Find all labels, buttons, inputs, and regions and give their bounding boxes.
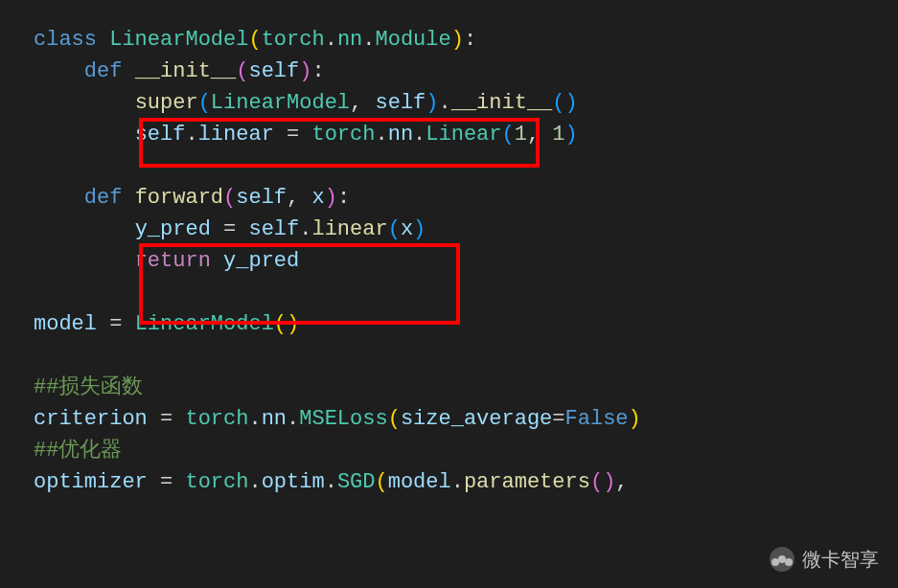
keyword-def: def <box>84 59 135 83</box>
keyword-return: return <box>135 249 223 273</box>
paren: () <box>274 312 299 336</box>
paren: ) <box>426 91 438 115</box>
code-line: criterion = torch.nn.MSELoss(size_averag… <box>34 403 898 435</box>
var: model <box>388 470 451 494</box>
code-line: def __init__(self): <box>34 56 898 87</box>
op-eq: = <box>211 217 249 241</box>
colon: : <box>464 28 476 52</box>
paren: ( <box>223 186 236 210</box>
dot: . <box>299 217 311 241</box>
self: self <box>375 91 426 115</box>
paren: ) <box>325 186 337 210</box>
method-call: parameters <box>464 470 590 494</box>
indent <box>34 91 135 115</box>
wechat-icon <box>770 547 794 572</box>
code-line: return y_pred <box>34 245 898 277</box>
dot: . <box>439 91 451 115</box>
comment: ##损失函数 <box>34 375 143 399</box>
module: nn <box>262 407 287 431</box>
op-eq: = <box>148 470 186 494</box>
module: nn <box>337 28 362 52</box>
code-line: self.linear = torch.nn.Linear(1, 1) <box>34 119 898 150</box>
code-line: y_pred = self.linear(x) <box>34 214 898 245</box>
module: torch <box>262 28 325 52</box>
const-false: False <box>565 407 629 431</box>
module: nn <box>388 123 413 147</box>
paren: () <box>552 91 577 115</box>
class-name: LinearModel <box>109 28 248 52</box>
comma: , <box>615 470 628 494</box>
class-ref: LinearModel <box>135 312 274 336</box>
dot: . <box>375 123 387 147</box>
dot: . <box>185 123 197 147</box>
class-ref: LinearModel <box>211 91 350 115</box>
op-eq: = <box>97 312 135 336</box>
comma: , <box>350 91 375 115</box>
indent <box>34 59 84 83</box>
var: model <box>34 312 97 336</box>
op-eq: = <box>148 407 186 431</box>
class-ref: MSELoss <box>299 407 387 431</box>
comma: , <box>527 123 552 147</box>
indent <box>34 186 84 210</box>
module: torch <box>311 123 375 147</box>
keyword-class: class <box>34 28 109 52</box>
keyword-def: def <box>84 186 135 210</box>
dot: . <box>248 470 261 494</box>
var: y_pred <box>223 249 299 273</box>
blank-line <box>34 340 898 372</box>
paren: ) <box>299 59 311 83</box>
number: 1 <box>552 123 564 147</box>
param: x <box>311 186 324 210</box>
dot: . <box>325 28 337 52</box>
method-call: __init__ <box>451 91 553 115</box>
var: criterion <box>34 407 148 431</box>
indent <box>34 123 135 147</box>
dot: . <box>451 470 464 494</box>
paren: ) <box>629 407 641 431</box>
blank-line <box>34 277 898 308</box>
code-line: super(LinearModel, self).__init__() <box>34 87 898 119</box>
code-line: ##优化器 <box>34 435 898 466</box>
method-name: __init__ <box>135 59 237 83</box>
module: torch <box>185 407 248 431</box>
dot: . <box>362 28 375 52</box>
indent <box>34 249 135 273</box>
code-line: ##损失函数 <box>34 372 898 403</box>
dot: . <box>287 407 299 431</box>
paren: ( <box>236 59 248 83</box>
paren: ( <box>198 91 211 115</box>
var: y_pred <box>135 217 211 241</box>
paren: ( <box>248 28 261 52</box>
attr: linear <box>198 123 274 147</box>
paren: ( <box>388 217 401 241</box>
var: optimizer <box>34 470 148 494</box>
comment: ##优化器 <box>34 439 122 463</box>
dot: . <box>248 407 261 431</box>
module: torch <box>185 470 248 494</box>
module: optim <box>262 470 325 494</box>
class-ref: Linear <box>426 123 501 147</box>
comma: , <box>287 186 311 210</box>
paren: ( <box>502 123 515 147</box>
number: 1 <box>515 123 527 147</box>
watermark: 微卡智享 <box>770 545 879 574</box>
dot: . <box>325 470 337 494</box>
paren: ( <box>388 407 401 431</box>
self: self <box>248 217 299 241</box>
class-ref: SGD <box>337 470 376 494</box>
builtin-super: super <box>135 91 198 115</box>
op-eq: = <box>274 123 312 147</box>
class-ref: Module <box>375 28 450 52</box>
kwarg: size_average <box>401 407 552 431</box>
code-editor: class LinearModel(torch.nn.Module): def … <box>0 0 898 498</box>
code-line: class LinearModel(torch.nn.Module): <box>34 24 898 56</box>
code-line: model = LinearModel() <box>34 308 898 340</box>
param-self: self <box>248 59 299 83</box>
paren: ) <box>413 217 426 241</box>
op-eq: = <box>552 407 564 431</box>
method-name: forward <box>135 186 223 210</box>
dot: . <box>413 123 426 147</box>
colon: : <box>311 59 324 83</box>
colon: : <box>337 186 350 210</box>
